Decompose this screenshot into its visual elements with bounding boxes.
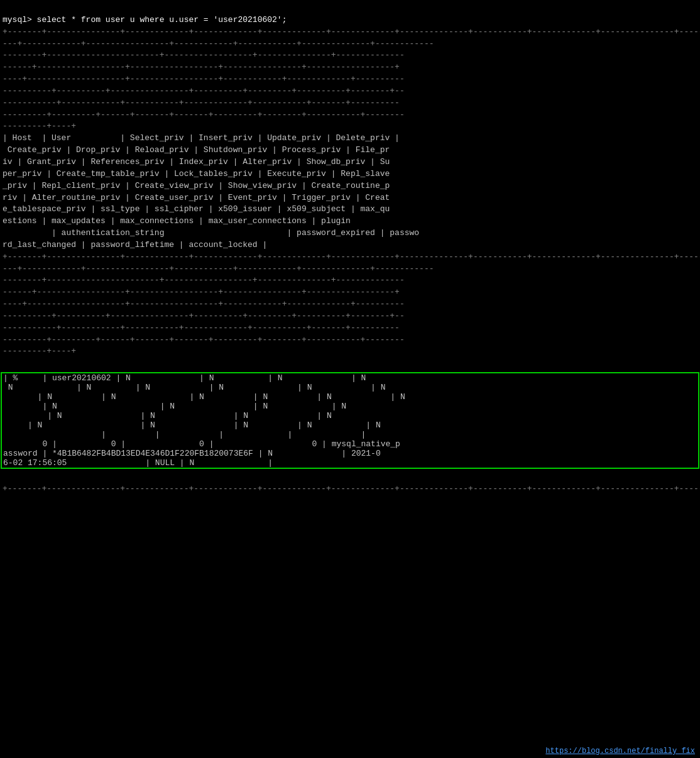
header-row-8: estions | max_updates | max_connections …: [3, 216, 351, 226]
header-row: | Host | User | Select_priv | Insert_pri…: [3, 133, 400, 143]
sep-mid-3: --------+-----------------------+-------…: [3, 275, 405, 285]
sep-mid-8: ---------+---------+------+-------+-----…: [3, 335, 405, 344]
sep-mid-2: ---+------------+-----------------+-----…: [3, 264, 434, 273]
sep-2: ---+------------+-----------------+-----…: [3, 39, 434, 48]
result-data-section: | % | user20210602 | N | N | N | N N | N…: [1, 372, 699, 469]
sep-mid-4: ------+------------------+--------------…: [3, 287, 400, 297]
sep-8: ---------+---------+------+-------+-----…: [3, 110, 405, 119]
header-row-9: | authentication_string | password_expir…: [3, 228, 419, 238]
sep-7: -----------+------------+-----------+---…: [3, 98, 400, 107]
source-link[interactable]: https://blog.csdn.net/finally_fix: [545, 747, 695, 755]
header-row-6: riv | Alter_routine_priv | Create_user_p…: [3, 193, 390, 202]
header-row-3: iv | Grant_priv | References_priv | Inde…: [3, 157, 390, 167]
sep-6: ----------+----------+----------------+-…: [3, 86, 405, 96]
sep-mid-5: ----+--------------------+--------------…: [3, 299, 405, 309]
terminal-output: mysql> select * from user u where u.user…: [0, 0, 700, 372]
sep-1: +-------+---------------+-------------+-…: [3, 27, 700, 36]
sep-5: ----+--------------------+--------------…: [3, 74, 405, 84]
sep-4: ------+------------------+--------------…: [3, 62, 400, 72]
result-data: | % | user20210602 | N | N | N | N N | N…: [2, 373, 698, 468]
sep-mid-9: ---------+----+: [3, 346, 76, 356]
sep-bot-1: +-------+---------------+-------------+-…: [3, 484, 700, 493]
sep-mid-1: +-------+---------------+-------------+-…: [3, 252, 700, 261]
sep-3: --------+-----------------------+-------…: [3, 50, 405, 60]
sep-9: ---------+----+: [3, 121, 76, 131]
terminal-window: mysql> select * from user u where u.user…: [0, 0, 700, 758]
header-row-10: rd_last_changed | password_lifetime | ac…: [3, 240, 267, 250]
header-row-2: Create_priv | Drop_priv | Reload_priv | …: [3, 145, 390, 155]
terminal-bottom: +-------+---------------+-------------+-…: [0, 469, 700, 510]
command-line: mysql> select * from user u where u.user…: [3, 15, 287, 25]
sep-mid-6: ----------+----------+----------------+-…: [3, 311, 405, 321]
header-row-4: per_priv | Create_tmp_table_priv | Lock_…: [3, 169, 390, 179]
sep-mid-7: -----------+------------+-----------+---…: [3, 323, 400, 332]
header-row-7: e_tablespace_priv | ssl_type | ssl_ciphe…: [3, 204, 390, 214]
header-row-5: _priv | Repl_client_priv | Create_view_p…: [3, 181, 390, 190]
